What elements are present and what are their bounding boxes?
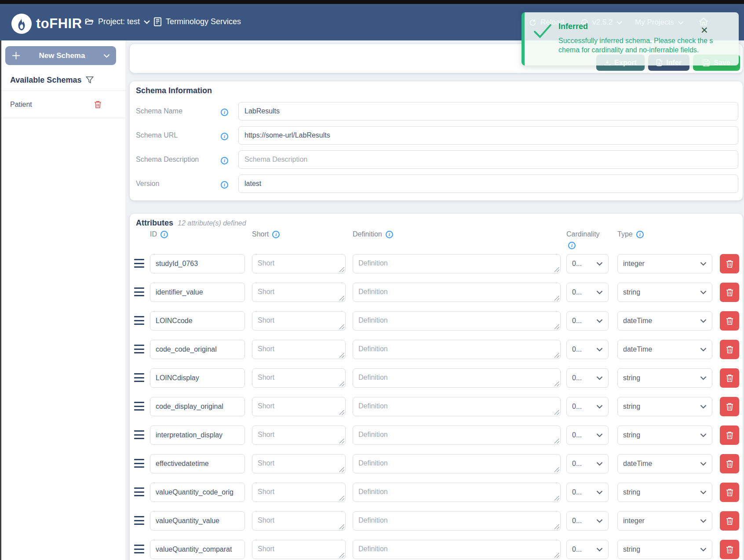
drag-handle-icon[interactable] (134, 402, 144, 411)
attribute-definition-input[interactable] (353, 454, 561, 473)
type-select[interactable]: string (617, 283, 712, 302)
delete-attribute-button[interactable] (720, 454, 739, 473)
info-icon[interactable]: i (221, 133, 228, 140)
attribute-short-input[interactable] (252, 254, 346, 273)
info-icon[interactable]: i (221, 109, 228, 116)
info-icon[interactable]: i (221, 157, 228, 164)
delete-attribute-button[interactable] (720, 483, 739, 502)
attribute-id-input[interactable] (150, 368, 245, 388)
delete-attribute-button[interactable] (720, 254, 739, 273)
attribute-definition-input[interactable] (353, 340, 561, 359)
attribute-id-input[interactable] (150, 540, 245, 559)
drag-handle-icon[interactable] (134, 516, 144, 525)
drag-handle-icon[interactable] (134, 259, 144, 268)
drag-handle-icon[interactable] (134, 430, 144, 439)
attribute-short-input[interactable] (252, 483, 346, 502)
delete-schema-button[interactable] (93, 100, 102, 109)
cardinality-select[interactable]: 0... (566, 397, 609, 416)
type-select[interactable]: integer (617, 254, 712, 273)
delete-attribute-button[interactable] (720, 340, 739, 359)
attribute-id-input[interactable] (150, 254, 245, 273)
attribute-short-input[interactable] (252, 425, 346, 445)
info-icon[interactable]: i (221, 181, 228, 189)
type-select[interactable]: string (617, 425, 712, 445)
field-input[interactable] (238, 150, 738, 169)
attribute-id-input[interactable] (150, 454, 245, 473)
attribute-id-input[interactable] (150, 397, 245, 416)
delete-attribute-button[interactable] (720, 425, 739, 445)
field-input[interactable] (238, 126, 738, 145)
sidebar-item-patient[interactable]: Patient (1, 91, 125, 118)
type-select[interactable]: string (617, 397, 712, 416)
delete-attribute-button[interactable] (720, 511, 739, 531)
brand[interactable]: toFHIR (11, 14, 82, 34)
chevron-down-icon (700, 462, 707, 466)
info-icon[interactable]: i (160, 231, 168, 238)
attribute-id-input[interactable] (150, 283, 245, 302)
type-select[interactable]: string (617, 368, 712, 388)
delete-attribute-button[interactable] (720, 368, 739, 388)
cardinality-select[interactable]: 0... (566, 254, 609, 273)
delete-attribute-button[interactable] (720, 397, 739, 416)
cardinality-select[interactable]: 0... (566, 511, 609, 531)
attribute-short-input[interactable] (252, 540, 346, 559)
drag-handle-icon[interactable] (134, 345, 144, 353)
attribute-definition-input[interactable] (353, 283, 561, 302)
type-select[interactable]: integer (617, 511, 712, 531)
attribute-short-input[interactable] (252, 454, 346, 473)
type-select[interactable]: dateTime (617, 454, 712, 473)
drag-handle-icon[interactable] (134, 287, 144, 296)
attribute-definition-input[interactable] (353, 397, 561, 416)
attribute-definition-input[interactable] (353, 254, 561, 273)
field-input[interactable] (238, 102, 738, 120)
info-icon[interactable]: i (568, 242, 576, 249)
attribute-definition-input[interactable] (353, 311, 561, 331)
new-schema-button[interactable]: New Schema (5, 46, 116, 65)
type-select[interactable]: dateTime (617, 311, 712, 331)
attribute-short-input[interactable] (252, 511, 346, 531)
cardinality-select[interactable]: 0... (566, 283, 609, 302)
cardinality-select[interactable]: 0... (566, 454, 609, 473)
cardinality-select[interactable]: 0... (566, 483, 609, 502)
attribute-id-input[interactable] (150, 511, 245, 531)
info-icon[interactable]: i (636, 231, 644, 238)
cardinality-select[interactable]: 0... (566, 425, 609, 445)
attribute-id-input[interactable] (150, 483, 245, 502)
delete-attribute-button[interactable] (720, 540, 739, 559)
attribute-definition-input[interactable] (353, 511, 561, 531)
attribute-definition-input[interactable] (353, 540, 561, 559)
type-select[interactable]: string (617, 483, 712, 502)
drag-handle-icon[interactable] (134, 545, 144, 553)
delete-attribute-button[interactable] (720, 283, 739, 302)
attribute-short-input[interactable] (252, 340, 346, 359)
cardinality-select[interactable]: 0... (566, 540, 609, 559)
nav-terminology-services[interactable]: Terminology Services (153, 17, 241, 26)
attribute-short-input[interactable] (252, 368, 346, 388)
attribute-definition-input[interactable] (353, 483, 561, 502)
drag-handle-icon[interactable] (134, 459, 144, 468)
attribute-definition-input[interactable] (353, 425, 561, 445)
cardinality-select[interactable]: 0... (566, 368, 609, 388)
drag-handle-icon[interactable] (134, 373, 144, 382)
attribute-id-input[interactable] (150, 425, 245, 445)
filter-icon[interactable] (86, 76, 94, 84)
delete-attribute-button[interactable] (720, 311, 739, 331)
toast-close-button[interactable]: ✕ (700, 25, 708, 35)
attribute-id-input[interactable] (150, 340, 245, 359)
attribute-id-input[interactable] (150, 311, 245, 331)
nav-project-menu[interactable]: Project: test (84, 17, 150, 26)
type-select[interactable]: string (617, 540, 712, 559)
attribute-short-input[interactable] (252, 283, 346, 302)
type-select[interactable]: dateTime (617, 340, 712, 359)
drag-handle-icon[interactable] (134, 316, 144, 325)
attribute-short-input[interactable] (252, 311, 346, 331)
cardinality-select[interactable]: 0... (566, 340, 609, 359)
attribute-definition-input[interactable] (353, 368, 561, 388)
drag-handle-icon[interactable] (134, 487, 144, 496)
info-icon[interactable]: i (272, 231, 280, 238)
cardinality-select[interactable]: 0... (566, 311, 609, 331)
attributes-count: 12 attribute(s) defined (178, 219, 246, 227)
info-icon[interactable]: i (386, 231, 393, 238)
attribute-short-input[interactable] (252, 397, 346, 416)
field-input[interactable] (238, 175, 738, 193)
